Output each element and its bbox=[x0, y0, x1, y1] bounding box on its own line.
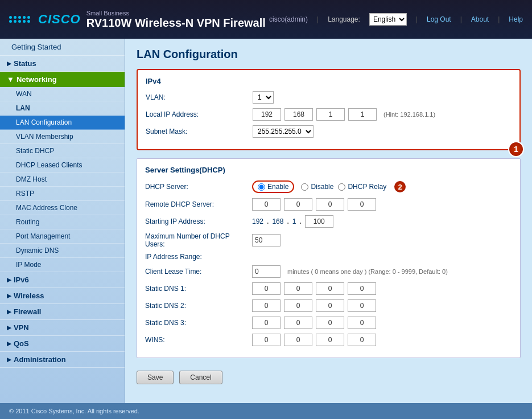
local-ip-row: Local IP Address: (Hint: 192.168.1.1) bbox=[146, 108, 512, 121]
dhcp-server-label: DHCP Server: bbox=[145, 183, 248, 191]
dns2-oct4[interactable] bbox=[348, 299, 376, 312]
static-dns2-label: Static DNS 2: bbox=[145, 302, 248, 310]
subnet-select[interactable]: 255.255.255.0 255.255.0.0 255.0.0.0 bbox=[253, 125, 314, 138]
sidebar-item-ip-mode[interactable]: IP Mode bbox=[0, 258, 125, 272]
sidebar-item-rstp[interactable]: RSTP bbox=[0, 187, 125, 201]
wins-oct3[interactable] bbox=[316, 334, 344, 346]
subnet-row: Subnet Mask: 255.255.255.0 255.255.0.0 2… bbox=[146, 125, 512, 138]
max-users-input[interactable] bbox=[252, 234, 281, 247]
sidebar-item-static-dhcp[interactable]: Static DHCP bbox=[0, 144, 125, 158]
sidebar-section-status[interactable]: ▶ Status bbox=[0, 56, 125, 72]
static-dns1-controls bbox=[252, 282, 376, 295]
starting-oct1: 192 bbox=[252, 217, 263, 225]
sidebar-item-getting-started[interactable]: Getting Started bbox=[0, 39, 125, 56]
main-layout: Getting Started ▶ Status ▼ Networking WA… bbox=[0, 39, 532, 403]
user-label: cisco(admin) bbox=[269, 15, 308, 23]
language-label: Language: bbox=[328, 15, 360, 23]
about-link[interactable]: About bbox=[471, 15, 489, 23]
max-users-row: Maximum Number of DHCP Users: bbox=[145, 232, 512, 248]
wins-oct4[interactable] bbox=[348, 334, 376, 346]
sidebar-item-port-management[interactable]: Port Management bbox=[0, 229, 125, 244]
local-ip-controls: (Hint: 192.168.1.1) bbox=[253, 108, 435, 121]
starting-oct3: 1 bbox=[292, 217, 296, 225]
sidebar-section-vpn[interactable]: ▶ VPN bbox=[0, 320, 125, 336]
sidebar-section-ipv6[interactable]: ▶ IPv6 bbox=[0, 272, 125, 288]
wins-oct2[interactable] bbox=[284, 334, 312, 346]
starting-ip-row: Starting IP Address: 192 . 168 . 1 . bbox=[145, 215, 512, 228]
starting-oct2: 168 bbox=[272, 217, 283, 225]
qos-arrow-icon: ▶ bbox=[7, 340, 11, 347]
vlan-select[interactable]: 1 bbox=[253, 91, 274, 104]
sidebar-item-wan[interactable]: WAN bbox=[0, 87, 125, 101]
help-link[interactable]: Help bbox=[509, 15, 523, 23]
static-dns1-row: Static DNS 1: bbox=[145, 282, 512, 295]
header-right: cisco(admin) | Language: English | Log O… bbox=[269, 13, 523, 26]
client-lease-input[interactable] bbox=[252, 265, 281, 278]
starting-oct4[interactable] bbox=[305, 215, 333, 228]
ipv4-label: IPv4 bbox=[146, 77, 512, 85]
ip-octet1[interactable] bbox=[253, 108, 281, 121]
dhcp-relay-radio[interactable] bbox=[338, 183, 345, 191]
sidebar-item-dhcp-leased[interactable]: DHCP Leased Clients bbox=[0, 158, 125, 172]
remote-dhcp-label: Remote DHCP Server: bbox=[145, 200, 248, 208]
enable-radio[interactable] bbox=[258, 183, 265, 191]
sidebar-section-networking[interactable]: ▼ Networking bbox=[0, 72, 125, 87]
disable-radio[interactable] bbox=[301, 183, 308, 191]
dns3-oct2[interactable] bbox=[284, 317, 312, 329]
ip-octet4[interactable] bbox=[348, 108, 377, 121]
disable-radio-label[interactable]: Disable bbox=[301, 183, 333, 191]
wins-oct1[interactable] bbox=[252, 334, 281, 346]
sidebar-section-qos[interactable]: ▶ QoS bbox=[0, 336, 125, 352]
vlan-controls: 1 bbox=[253, 91, 274, 104]
dns2-oct2[interactable] bbox=[284, 299, 312, 312]
dns3-oct4[interactable] bbox=[348, 317, 376, 329]
remote-ip1[interactable] bbox=[252, 198, 281, 211]
page-title: LAN Configuration bbox=[137, 48, 521, 61]
sidebar-section-administration[interactable]: ▶ Administration bbox=[0, 352, 125, 368]
dhcp-relay-radio-label[interactable]: DHCP Relay bbox=[338, 183, 386, 191]
ipv4-section: IPv4 VLAN: 1 Local IP Address: bbox=[137, 69, 521, 150]
wins-controls bbox=[252, 334, 376, 346]
networking-arrow-icon: ▼ bbox=[7, 75, 14, 84]
save-button[interactable]: Save bbox=[137, 371, 174, 384]
sidebar-section-wireless[interactable]: ▶ Wireless bbox=[0, 288, 125, 304]
cancel-button[interactable]: Cancel bbox=[179, 371, 222, 384]
remote-ip2[interactable] bbox=[284, 198, 312, 211]
starting-ip-controls: 192 . 168 . 1 . bbox=[252, 215, 333, 228]
remote-ip4[interactable] bbox=[348, 198, 376, 211]
enable-radio-label[interactable]: Enable bbox=[258, 183, 288, 191]
dns3-oct1[interactable] bbox=[252, 317, 281, 329]
ip-octet2[interactable] bbox=[284, 108, 313, 121]
wins-label: WINS: bbox=[145, 336, 248, 344]
sidebar-item-mac-address-clone[interactable]: MAC Address Clone bbox=[0, 201, 125, 215]
wireless-arrow-icon: ▶ bbox=[7, 293, 11, 299]
dns1-oct4[interactable] bbox=[348, 282, 376, 295]
ip-range-label: IP Address Range: bbox=[145, 253, 248, 261]
static-dns2-controls bbox=[252, 299, 376, 312]
ip-octet3[interactable] bbox=[316, 108, 345, 121]
product-title: Small Business RV110W Wireless-N VPN Fir… bbox=[86, 10, 266, 30]
dns1-oct2[interactable] bbox=[284, 282, 312, 295]
client-lease-row: Client Lease Time: minutes ( 0 means one… bbox=[145, 265, 512, 278]
ip-hint: (Hint: 192.168.1.1) bbox=[383, 111, 435, 118]
dns3-oct3[interactable] bbox=[316, 317, 344, 329]
dns1-oct1[interactable] bbox=[252, 282, 281, 295]
server-settings-section: Server Settings(DHCP) DHCP Server: Enabl… bbox=[137, 158, 521, 358]
static-dns1-label: Static DNS 1: bbox=[145, 285, 248, 293]
sidebar-item-lan-config[interactable]: LAN Configuration bbox=[0, 116, 125, 130]
dns2-oct3[interactable] bbox=[316, 299, 344, 312]
action-buttons: Save Cancel bbox=[137, 366, 521, 389]
remote-dhcp-controls bbox=[252, 198, 376, 211]
sidebar-item-vlan-membership[interactable]: VLAN Membership bbox=[0, 130, 125, 144]
language-select[interactable]: English bbox=[369, 13, 407, 26]
dns1-oct3[interactable] bbox=[316, 282, 344, 295]
sidebar-item-routing[interactable]: Routing bbox=[0, 215, 125, 229]
logout-link[interactable]: Log Out bbox=[427, 15, 451, 23]
sidebar-item-dynamic-dns[interactable]: Dynamic DNS bbox=[0, 244, 125, 258]
dhcp-server-row: DHCP Server: Enable Disable bbox=[145, 180, 512, 194]
dns2-oct1[interactable] bbox=[252, 299, 281, 312]
sidebar-section-firewall[interactable]: ▶ Firewall bbox=[0, 304, 125, 320]
sidebar-item-lan[interactable]: LAN bbox=[0, 101, 125, 116]
remote-ip3[interactable] bbox=[316, 198, 344, 211]
sidebar-item-dmz-host[interactable]: DMZ Host bbox=[0, 172, 125, 187]
